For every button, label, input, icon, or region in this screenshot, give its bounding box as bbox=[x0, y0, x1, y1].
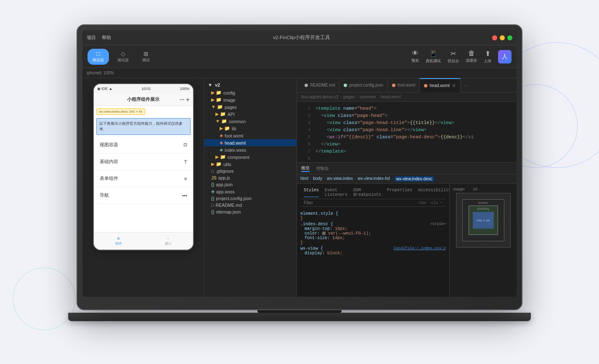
tree-index-wxss[interactable]: ◈ index.wxss bbox=[204, 146, 297, 153]
tree-project-config[interactable]: {} project.config.json bbox=[204, 195, 297, 202]
menu-help[interactable]: 帮助 bbox=[102, 34, 111, 41]
access-tab[interactable]: Accessibility bbox=[418, 188, 449, 197]
phone-panel: ◉ IDE ▲ 10:01 100% 小程序组件展示 ··· + wx-view… bbox=[82, 78, 204, 297]
bottom-content: Styles Event Listeners DOM Breakpoints P… bbox=[297, 184, 517, 297]
tab-head-wxml[interactable]: head.wxml ✕ bbox=[420, 78, 461, 92]
props-tab[interactable]: Properties bbox=[387, 188, 412, 197]
action-clear[interactable]: 🗑 清缓存 bbox=[466, 50, 477, 63]
nav-api-label: 接口 bbox=[165, 241, 172, 246]
css-source: <style> bbox=[430, 222, 446, 227]
tree-project-config-label: project.config.json bbox=[216, 196, 252, 201]
more-icon[interactable]: ··· + bbox=[180, 96, 190, 103]
tree-pages-label: pages bbox=[225, 105, 237, 110]
device-bar: iphone6 100% bbox=[82, 68, 517, 78]
bottom-tab-console[interactable]: 控制台 bbox=[316, 166, 329, 171]
laptop-base bbox=[68, 313, 531, 321]
minimize-btn[interactable] bbox=[500, 35, 505, 40]
tree-sitemap[interactable]: {} sitemap.json bbox=[204, 208, 297, 215]
list-item-3[interactable]: 表单组件 ≡ bbox=[96, 170, 191, 187]
bottom-tab-overview[interactable]: 概览 bbox=[301, 165, 310, 172]
styles-section: element.style { } .index-desc { <style> bbox=[300, 208, 446, 258]
tree-readme[interactable]: □ README.md bbox=[204, 202, 297, 208]
inspector-right: margin 10 - - - - bbox=[449, 184, 517, 297]
readme-tab-icon bbox=[305, 84, 308, 87]
filter-input[interactable] bbox=[304, 200, 418, 205]
tree-common[interactable]: ▼ 📁 common bbox=[204, 118, 297, 125]
css-rule-wxview: wx-view { localfile:/.index.css:2 displa… bbox=[300, 246, 446, 256]
phone-time: 10:01 bbox=[141, 87, 151, 91]
code-area[interactable]: 1 <template name="head"> 2 <view class="… bbox=[297, 102, 517, 162]
css-source-link[interactable]: localfile:/.index.css:2 bbox=[394, 246, 446, 251]
toolbar-right: 👁 预览 📱 真机调试 ✂ 切后台 🗑 清 bbox=[411, 50, 512, 64]
folder-icon: ▶ 📁 bbox=[220, 126, 230, 131]
tree-app-wxss[interactable]: ◈ app.wxss bbox=[204, 188, 297, 195]
path-index-hd[interactable]: wx-view.index-hd bbox=[358, 176, 390, 182]
action-upload[interactable]: ⬆ 上传 bbox=[484, 50, 491, 64]
list-item-1[interactable]: 视图容器 ⊡ bbox=[96, 137, 191, 153]
code-line-4: 4 <view class="page-head-line"></view> bbox=[297, 127, 517, 134]
list-item-1-label: 视图容器 bbox=[100, 142, 118, 148]
tab-readme[interactable]: README.md bbox=[300, 78, 339, 92]
tree-config[interactable]: ▶ 📁 config bbox=[204, 89, 297, 96]
path-html[interactable]: html bbox=[300, 176, 308, 182]
debug-label: 调试器 bbox=[117, 58, 129, 63]
tree-foot-wxml[interactable]: ◈ foot.wxml bbox=[204, 132, 297, 139]
nav-components[interactable]: ⊞ 组件 bbox=[94, 232, 143, 250]
list-item-4[interactable]: 导航 ••• bbox=[96, 187, 191, 204]
path-index-desc[interactable]: wx-view.index-desc bbox=[395, 176, 434, 182]
breadcrumb-sep-0: › bbox=[340, 95, 342, 99]
inspector-breadcrumb: html › body › wx-view.index › wx-view.in… bbox=[297, 174, 517, 184]
screen-bezel: 项目 帮助 v2-FinClip小程序开发工具 bbox=[82, 30, 517, 297]
path-body[interactable]: body bbox=[313, 176, 322, 182]
list-item-4-label: 导航 bbox=[100, 192, 109, 198]
styles-tab[interactable]: Styles bbox=[304, 188, 319, 197]
inspector-left: Styles Event Listeners DOM Breakpoints P… bbox=[297, 184, 449, 297]
event-tab[interactable]: Event Listeners bbox=[325, 188, 347, 197]
json-icon: {} bbox=[211, 196, 214, 201]
tree-api[interactable]: ▶ 📁 API bbox=[204, 111, 297, 118]
cut-icon: ✂ bbox=[451, 50, 456, 58]
css-rule-element: element.style { } bbox=[300, 211, 446, 221]
tree-utils[interactable]: ▶ 📁 utils bbox=[204, 161, 297, 168]
mode-simulator[interactable]: □ 模拟器 bbox=[87, 49, 109, 65]
user-avatar[interactable]: 人 bbox=[498, 50, 512, 63]
tree-head-wxml[interactable]: ◈ head.wxml bbox=[204, 139, 297, 146]
action-cut[interactable]: ✂ 切后台 bbox=[448, 50, 459, 64]
menu-project[interactable]: 项目 bbox=[87, 34, 96, 41]
bottom-tabs: 概览 控制台 bbox=[297, 163, 517, 174]
tree-app-js[interactable]: JS app.js bbox=[204, 174, 297, 181]
tab-foot-wxml[interactable]: foot.wxml bbox=[388, 78, 420, 92]
xml-icon: ◈ bbox=[220, 140, 223, 145]
action-real[interactable]: 📱 真机调试 bbox=[426, 50, 441, 64]
phone-title-bar: 小程序组件展示 ··· + bbox=[94, 93, 193, 106]
filter-hint: :hov .cls + bbox=[418, 201, 443, 205]
tree-sitemap-label: sitemap.json bbox=[216, 209, 241, 214]
tab-close-icon[interactable]: ✕ bbox=[452, 83, 456, 89]
wxss-icon: ◈ bbox=[220, 147, 223, 153]
dom-tab[interactable]: DOM Breakpoints bbox=[353, 188, 381, 197]
phone-battery: 100% bbox=[180, 87, 189, 91]
breadcrumb-sep-2: › bbox=[377, 95, 379, 99]
mode-test[interactable]: ⊞ 测试 bbox=[137, 49, 155, 65]
tree-pages[interactable]: ▼ 📁 pages bbox=[204, 103, 297, 111]
editor-tabs: README.md project.config.json foot.wxml bbox=[297, 78, 517, 92]
tree-lib[interactable]: ▶ 📁 lib bbox=[204, 125, 297, 132]
title-bar-controls bbox=[492, 35, 512, 40]
action-preview[interactable]: 👁 预览 bbox=[411, 50, 419, 63]
tree-component[interactable]: ▶ 📁 component bbox=[204, 153, 297, 161]
list-item-1-icon: ⊡ bbox=[183, 142, 187, 148]
tab-project-config[interactable]: project.config.json bbox=[339, 78, 388, 92]
path-index[interactable]: wx-view.index bbox=[327, 176, 353, 182]
tree-app-json[interactable]: {} app.json bbox=[204, 181, 297, 188]
list-item-2[interactable]: 基础内容 T bbox=[96, 153, 191, 170]
tree-image[interactable]: ▶ 📁 image bbox=[204, 96, 297, 103]
nav-api[interactable]: ○ 接口 bbox=[143, 232, 193, 250]
highlight-block: 以下将展示小程序官方组件能力，组件样式仅供参考。 bbox=[96, 118, 191, 135]
tabs-more[interactable]: ··· bbox=[461, 83, 471, 88]
mode-debug[interactable]: ◇ 调试器 bbox=[112, 49, 134, 65]
maximize-btn[interactable] bbox=[507, 35, 512, 40]
upload-label: 上传 bbox=[484, 58, 491, 64]
close-btn[interactable] bbox=[492, 35, 497, 40]
tree-gitignore[interactable]: □ .gitignore bbox=[204, 168, 297, 174]
css-wxview-props: display: block; bbox=[300, 251, 446, 256]
